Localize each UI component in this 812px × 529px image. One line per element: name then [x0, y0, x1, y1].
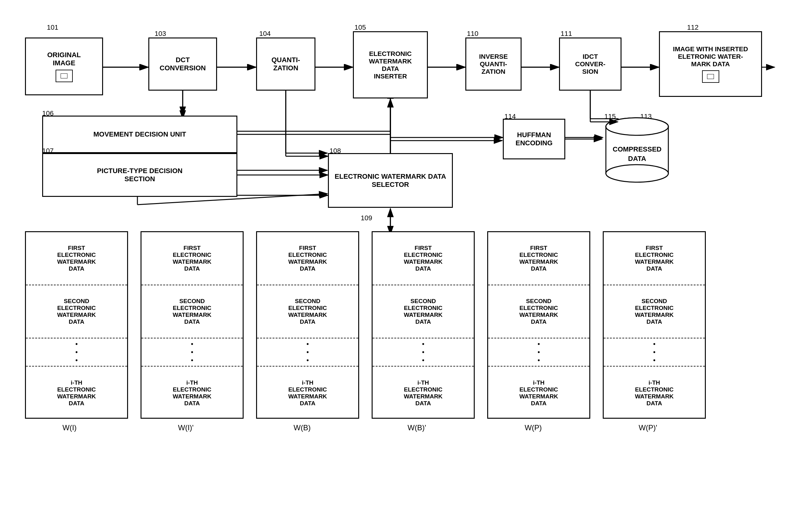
quantization-box: QUANTI-ZATION — [256, 38, 316, 91]
label-101: 101 — [47, 24, 58, 31]
image-output-box: IMAGE WITH INSERTEDELETRONIC WATER-MARK … — [659, 31, 762, 97]
watermark-card-wp: FIRSTELECTRONICWATERMARKDATA SECONDELECT… — [487, 231, 590, 419]
label-112: 112 — [687, 24, 699, 31]
idct-box: IDCTCONVER-SION — [559, 38, 622, 91]
inv-quant-box: INVERSEQUANTI-ZATION — [465, 38, 522, 91]
watermark-card-wi: FIRSTELECTRONICWATERMARKDATA SECONDELECT… — [25, 231, 128, 419]
svg-point-29 — [606, 165, 668, 182]
label-104: 104 — [259, 30, 271, 38]
label-103: 103 — [155, 30, 166, 38]
compressed-data-cylinder: COMPRESSED DATA — [603, 117, 671, 189]
label-105: 105 — [354, 24, 366, 31]
svg-text:COMPRESSED: COMPRESSED — [613, 145, 662, 153]
wm-label-wp2: W(P)' — [639, 424, 657, 432]
wm-label-wi: W(I) — [62, 424, 76, 432]
wm-label-wi2: W(I)' — [178, 424, 194, 432]
label-111: 111 — [561, 30, 572, 38]
watermark-card-wi2: FIRSTELECTRONICWATERMARKDATA SECONDELECT… — [141, 231, 244, 419]
svg-text:DATA: DATA — [628, 155, 646, 162]
huffman-box: HUFFMANENCODING — [503, 119, 565, 159]
ewm-inserter-box: ELECTRONICWATERMARKDATAINSERTER — [353, 31, 428, 98]
label-110: 110 — [467, 30, 478, 38]
movement-box: MOVEMENT DECISION UNIT — [42, 116, 237, 153]
picture-type-box: PICTURE-TYPE DECISIONSECTION — [42, 153, 237, 197]
watermark-card-wp2: FIRSTELECTRONICWATERMARKDATA SECONDELECT… — [603, 231, 706, 419]
label-109: 109 — [361, 214, 372, 222]
watermark-card-wb: FIRSTELECTRONICWATERMARKDATA SECONDELECT… — [256, 231, 359, 419]
wm-label-wp: W(P) — [525, 424, 542, 432]
original-image-box: ORIGINALIMAGE — [25, 38, 103, 95]
svg-point-30 — [606, 118, 668, 135]
wm-label-wb2: W(B)' — [408, 424, 426, 432]
dct-conversion-box: DCTCONVERSION — [148, 38, 217, 91]
wm-label-wb: W(B) — [293, 424, 311, 432]
watermark-card-wb2: FIRSTELECTRONICWATERMARKDATA SECONDELECT… — [372, 231, 475, 419]
ewm-selector-box: ELECTRONIC WATERMARK DATASELECTOR — [328, 153, 453, 208]
